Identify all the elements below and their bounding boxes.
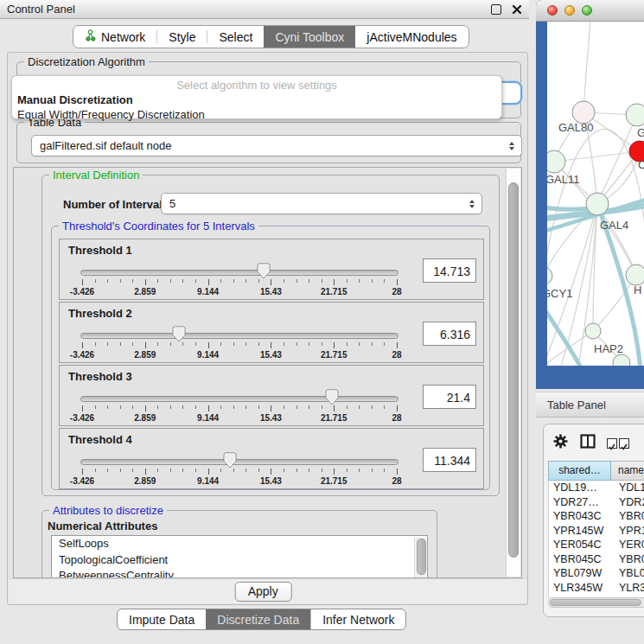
cell-shared-name[interactable]: YDR27… [549,495,612,510]
close-icon[interactable] [512,4,522,15]
tab-jactivemnodules[interactable]: jActiveMNodules [355,26,468,48]
tab-cyni-toolbox[interactable]: Cyni Toolbox [264,26,355,48]
zoom-traffic-light-icon[interactable] [582,5,592,16]
node-partial-h[interactable] [626,265,644,285]
table-row[interactable]: YER054CYER054C [549,538,644,552]
gear-icon[interactable] [552,433,569,453]
column-header-name[interactable]: name [611,461,644,481]
number-of-intervals-value: 5 [162,194,481,214]
threshold-label: Threshold 1 [68,244,132,257]
cell-name[interactable]: YDR27… [612,495,644,510]
number-of-intervals-combobox[interactable]: 5 [161,193,482,214]
close-traffic-light-icon[interactable] [547,5,558,16]
cell-name[interactable]: YDL19… [612,481,644,495]
combo-stepper-icon [509,142,514,150]
cell-shared-name[interactable]: YLR345W [549,581,612,596]
cell-name[interactable]: YER054C [612,538,644,552]
attribute-list-item[interactable]: SelfLoops [52,536,427,552]
slider-track[interactable] [80,396,399,402]
slider-thumb[interactable] [325,389,339,405]
cell-name[interactable]: YPR145W [612,524,644,539]
cell-name[interactable]: YBR043C [612,509,644,524]
cell-shared-name[interactable]: YPR145W [549,524,612,539]
slider-tick [347,405,348,409]
node-gcy1[interactable] [547,267,552,284]
panel-scrollbar[interactable] [506,169,520,577]
threshold-value-field[interactable]: 21.4 [423,385,476,409]
slider-track[interactable] [80,333,399,339]
table-row[interactable]: YBR045CYBR045C [549,552,644,567]
select-columns-icon[interactable] [607,438,629,449]
slider-tick-label: -3.426 [70,350,94,360]
table-panel-header: Table Panel [536,392,644,418]
slider-tick [120,405,121,409]
table-hscroll-thumb[interactable] [550,599,641,606]
node-partial-bottom[interactable] [613,354,630,366]
table-row[interactable]: YPR145WYPR145W [549,524,644,539]
slider-thumb[interactable] [172,326,186,342]
minimize-traffic-light-icon[interactable] [564,5,575,16]
table-data-combobox[interactable]: galFiltered.sif default node [31,135,522,156]
cell-name[interactable]: YBL079W [612,566,644,581]
tab-infer-network[interactable]: Infer Network [310,609,405,629]
tab-jactivemnodules-label: jActiveMNodules [367,30,456,44]
numerical-attributes-list[interactable]: SelfLoopsTopologicalCoefficientBetweenne… [51,535,428,578]
slider-thumb[interactable] [257,263,271,279]
table-row[interactable]: YLR345WYLR345W [549,581,644,596]
threshold-label: Threshold 3 [68,370,132,383]
cell-shared-name[interactable]: YER054C [549,538,612,552]
cell-name[interactable]: YLR345W [612,581,644,596]
threshold-slider[interactable]: -3.4262.8599.14415.4321.71528 [80,264,399,298]
network-canvas[interactable]: GAL80 G C GAL11 GAL4 GCY1 H HAP2 [547,22,644,366]
tab-impute-data[interactable]: Impute Data [118,609,206,629]
node-partial-top[interactable] [626,104,644,126]
table-row[interactable]: YBL079WYBL079W [549,566,644,581]
threshold-slider[interactable]: -3.4262.8599.14415.4321.71528 [80,453,399,488]
threshold-value-field[interactable]: 6.316 [423,322,476,346]
threshold-slider[interactable]: -3.4262.8599.14415.4321.71528 [80,327,399,361]
slider-track[interactable] [80,270,399,276]
node-hap2[interactable] [585,323,601,339]
list-scrollbar[interactable] [414,537,426,578]
slider-tick [208,405,209,411]
tab-style[interactable]: Style [157,26,207,48]
slider-tick [296,405,297,409]
slider-tick [322,469,322,472]
slider-thumb[interactable] [223,452,237,469]
cell-shared-name[interactable]: YBR043C [549,509,612,524]
table-data-value: galFiltered.sif default node [32,136,521,156]
threshold-value-field[interactable]: 14.713 [423,258,476,283]
dropdown-option-equal-width[interactable]: Equal Width/Frequency Discretization [12,107,501,122]
threshold-slider[interactable]: -3.4262.8599.14415.4321.71528 [80,390,399,424]
attribute-list-item[interactable]: BetweennessCentrality [52,568,427,578]
attribute-list-item[interactable]: TopologicalCoefficient [52,552,427,569]
list-scrollbar-thumb[interactable] [417,539,426,575]
column-header-shared-name[interactable]: shared… [548,461,611,481]
panel-scrollbar-thumb[interactable] [508,182,519,558]
slider-track[interactable] [80,459,399,465]
table-panel-title: Table Panel [547,399,606,411]
table-row[interactable]: YDR27…YDR27… [549,495,644,510]
cell-shared-name[interactable]: YBR045C [549,552,612,567]
table-row[interactable]: YDL19…YDL19… [549,481,644,495]
table-horizontal-scrollbar[interactable] [548,597,644,608]
threshold-value-field[interactable]: 11.344 [423,448,476,472]
cell-shared-name[interactable]: YDL19… [549,481,612,495]
node-label-gal4: GAL4 [600,219,628,232]
tab-select[interactable]: Select [207,26,264,48]
columns-icon[interactable] [580,434,596,452]
dropdown-option-manual[interactable]: Manual Discretization [12,92,501,107]
apply-button[interactable]: Apply [234,582,291,602]
node-gal11[interactable] [547,150,565,173]
cell-name[interactable]: YBR045C [612,552,644,567]
float-window-icon[interactable] [491,4,501,15]
cell-shared-name[interactable]: YBL079W [549,566,612,581]
slider-tick [359,405,360,409]
slider-tick-label: 28 [392,476,401,486]
table-row[interactable]: YBR043CYBR043C [549,509,644,524]
tab-discretize-data[interactable]: Discretize Data [206,609,310,629]
slider-tick [132,469,133,472]
node-gal4[interactable] [586,193,609,215]
tab-network[interactable]: Network [73,26,156,48]
table-rows: YDL19…YDL19…YDR27…YDR27…YBR043CYBR043CYP… [548,481,644,598]
